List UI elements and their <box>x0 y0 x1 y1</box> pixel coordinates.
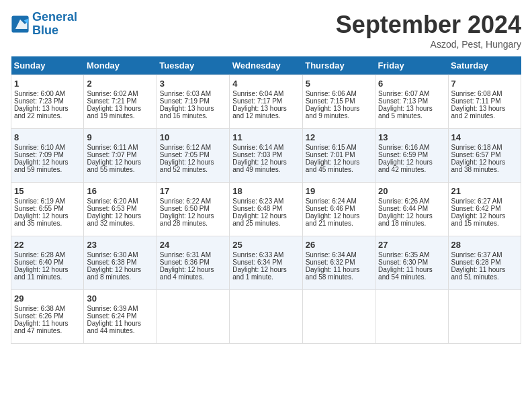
sunset: Sunset: 6:30 PM <box>378 259 428 266</box>
week-row-3: 15 Sunrise: 6:19 AM Sunset: 6:55 PM Dayl… <box>11 183 521 236</box>
sunset: Sunset: 6:50 PM <box>160 205 210 212</box>
logo-line2: Blue <box>32 24 58 37</box>
sunrise: Sunrise: 6:02 AM <box>87 90 138 97</box>
sunrise: Sunrise: 6:31 AM <box>160 251 211 259</box>
sunrise: Sunrise: 6:10 AM <box>14 144 65 151</box>
week-row-2: 8 Sunrise: 6:10 AM Sunset: 7:09 PM Dayli… <box>11 129 521 183</box>
sunrise: Sunrise: 6:12 AM <box>160 144 211 151</box>
sunset: Sunset: 7:01 PM <box>306 151 355 158</box>
sunrise: Sunrise: 6:07 AM <box>378 90 429 97</box>
sunset: Sunset: 7:15 PM <box>306 97 355 105</box>
sunrise: Sunrise: 6:04 AM <box>232 90 283 97</box>
day-number: 18 <box>232 186 299 196</box>
day-cell <box>302 290 375 344</box>
day-cell: 9 Sunrise: 6:11 AM Sunset: 7:07 PM Dayli… <box>84 129 157 183</box>
day-number: 28 <box>451 240 518 250</box>
day-cell: 7 Sunrise: 6:08 AM Sunset: 7:11 PM Dayli… <box>448 75 521 129</box>
day-cell: 25 Sunrise: 6:33 AM Sunset: 6:34 PM Dayl… <box>230 236 302 290</box>
day-cell: 8 Sunrise: 6:10 AM Sunset: 7:09 PM Dayli… <box>11 129 84 183</box>
day-number: 19 <box>306 186 372 196</box>
logo-icon <box>11 15 30 34</box>
day-cell: 19 Sunrise: 6:24 AM Sunset: 6:46 PM Dayl… <box>302 183 375 236</box>
logo-line1: General <box>32 10 77 24</box>
daylight-label: Daylight: 11 hours and 44 minutes. <box>87 320 141 334</box>
sunrise: Sunrise: 6:34 AM <box>306 251 357 259</box>
sunrise: Sunrise: 6:37 AM <box>451 251 502 259</box>
daylight-label: Daylight: 13 hours and 9 minutes. <box>306 105 360 120</box>
day-number: 20 <box>378 186 445 196</box>
day-cell: 23 Sunrise: 6:30 AM Sunset: 6:38 PM Dayl… <box>84 236 157 290</box>
daylight-label: Daylight: 12 hours and 11 minutes. <box>14 266 69 281</box>
location: Aszod, Pest, Hungary <box>336 39 521 50</box>
daylight-label: Daylight: 13 hours and 19 minutes. <box>87 105 141 120</box>
day-cell: 11 Sunrise: 6:14 AM Sunset: 7:03 PM Dayl… <box>230 129 302 183</box>
day-number: 4 <box>232 79 299 89</box>
day-cell: 30 Sunrise: 6:39 AM Sunset: 6:24 PM Dayl… <box>84 290 157 344</box>
sunset: Sunset: 7:21 PM <box>87 97 136 105</box>
sunset: Sunset: 6:55 PM <box>14 205 64 212</box>
day-header-tuesday: Tuesday <box>157 56 229 75</box>
day-cell: 10 Sunrise: 6:12 AM Sunset: 7:05 PM Dayl… <box>157 129 229 183</box>
day-number: 13 <box>378 132 445 142</box>
daylight-label: Daylight: 12 hours and 25 minutes. <box>232 212 287 227</box>
sunrise: Sunrise: 6:22 AM <box>160 197 211 205</box>
sunset: Sunset: 7:07 PM <box>87 151 136 158</box>
week-row-1: 1 Sunrise: 6:00 AM Sunset: 7:23 PM Dayli… <box>11 75 521 129</box>
sunrise: Sunrise: 6:00 AM <box>14 90 65 97</box>
day-number: 27 <box>378 240 445 250</box>
day-cell: 28 Sunrise: 6:37 AM Sunset: 6:28 PM Dayl… <box>448 236 521 290</box>
day-cell: 16 Sunrise: 6:20 AM Sunset: 6:53 PM Dayl… <box>84 183 157 236</box>
day-number: 2 <box>87 79 153 89</box>
daylight-label: Daylight: 13 hours and 2 minutes. <box>451 105 506 120</box>
sunrise: Sunrise: 6:16 AM <box>378 144 429 151</box>
day-number: 14 <box>451 132 518 142</box>
week-row-5: 29 Sunrise: 6:38 AM Sunset: 6:26 PM Dayl… <box>11 290 521 344</box>
day-cell: 29 Sunrise: 6:38 AM Sunset: 6:26 PM Dayl… <box>11 290 84 344</box>
sunrise: Sunrise: 6:35 AM <box>378 251 429 259</box>
day-cell: 2 Sunrise: 6:02 AM Sunset: 7:21 PM Dayli… <box>84 75 157 129</box>
day-number: 7 <box>451 79 518 89</box>
sunrise: Sunrise: 6:28 AM <box>14 251 65 259</box>
sunrise: Sunrise: 6:30 AM <box>87 251 138 259</box>
day-cell: 3 Sunrise: 6:03 AM Sunset: 7:19 PM Dayli… <box>157 75 229 129</box>
sunset: Sunset: 7:09 PM <box>14 151 64 158</box>
sunset: Sunset: 6:57 PM <box>451 151 501 158</box>
sunrise: Sunrise: 6:19 AM <box>14 197 65 205</box>
day-header-friday: Friday <box>375 56 448 75</box>
sunrise: Sunrise: 6:11 AM <box>87 144 138 151</box>
sunset: Sunset: 6:34 PM <box>232 259 282 266</box>
day-cell: 27 Sunrise: 6:35 AM Sunset: 6:30 PM Dayl… <box>375 236 448 290</box>
sunset: Sunset: 7:17 PM <box>232 97 282 105</box>
sunset: Sunset: 6:44 PM <box>378 205 428 212</box>
day-number: 3 <box>160 79 226 89</box>
day-cell: 17 Sunrise: 6:22 AM Sunset: 6:50 PM Dayl… <box>157 183 229 236</box>
day-number: 29 <box>14 293 81 304</box>
daylight-label: Daylight: 12 hours and 4 minutes. <box>160 266 214 281</box>
daylight-label: Daylight: 13 hours and 22 minutes. <box>14 105 69 120</box>
sunset: Sunset: 6:59 PM <box>378 151 428 158</box>
day-cell: 22 Sunrise: 6:28 AM Sunset: 6:40 PM Dayl… <box>11 236 84 290</box>
sunset: Sunset: 7:11 PM <box>451 97 501 105</box>
day-cell <box>157 290 229 344</box>
day-number: 30 <box>87 293 153 304</box>
sunrise: Sunrise: 6:03 AM <box>160 90 211 97</box>
daylight-label: Daylight: 12 hours and 45 minutes. <box>306 158 360 173</box>
sunset: Sunset: 6:46 PM <box>306 205 355 212</box>
sunset: Sunset: 6:42 PM <box>451 205 501 212</box>
day-cell: 12 Sunrise: 6:15 AM Sunset: 7:01 PM Dayl… <box>302 129 375 183</box>
day-header-sunday: Sunday <box>11 56 84 75</box>
sunset: Sunset: 6:28 PM <box>451 259 501 266</box>
day-header-wednesday: Wednesday <box>230 56 302 75</box>
month-title: September 2024 <box>336 11 521 39</box>
day-number: 6 <box>378 79 445 89</box>
day-number: 16 <box>87 186 153 196</box>
daylight-label: Daylight: 12 hours and 38 minutes. <box>451 158 506 173</box>
daylight-label: Daylight: 12 hours and 42 minutes. <box>378 158 433 173</box>
sunset: Sunset: 6:36 PM <box>160 259 210 266</box>
sunset: Sunset: 6:24 PM <box>87 312 136 320</box>
page-header: General Blue September 2024 Aszod, Pest,… <box>11 11 521 50</box>
sunrise: Sunrise: 6:15 AM <box>306 144 357 151</box>
day-header-monday: Monday <box>84 56 157 75</box>
sunrise: Sunrise: 6:18 AM <box>451 144 502 151</box>
daylight-label: Daylight: 12 hours and 59 minutes. <box>14 158 69 173</box>
